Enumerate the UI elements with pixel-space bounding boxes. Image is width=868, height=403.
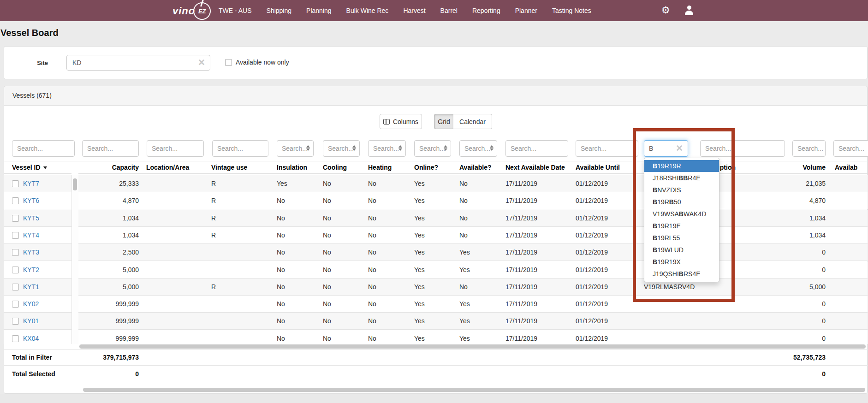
column-header-extra[interactable]: Availab xyxy=(835,161,857,173)
column-header-cooling[interactable]: Cooling xyxy=(323,161,347,173)
vessel-link-KY02[interactable]: KY02 xyxy=(23,300,39,308)
vertical-scrollbar[interactable] xyxy=(71,175,78,344)
column-header-location[interactable]: Location/Area xyxy=(146,161,189,173)
dropdown-option-B19RL55[interactable]: B19RL55 xyxy=(644,232,719,244)
vertical-scrollbar-thumb[interactable] xyxy=(73,178,77,190)
column-search-input-6[interactable]: Search... xyxy=(368,140,406,157)
page-title: Vessel Board xyxy=(0,28,59,38)
column-header-vintage[interactable]: Vintage use xyxy=(211,161,247,173)
column-search-input-9[interactable]: Search... xyxy=(505,140,568,157)
dropdown-option-B19R19E[interactable]: B19R19E xyxy=(644,220,719,232)
row-checkbox-KY02[interactable] xyxy=(12,301,19,308)
dropdown-option-B19R19X[interactable]: B19R19X xyxy=(644,256,719,268)
row-checkbox-KYT4[interactable] xyxy=(12,232,19,239)
column-header-next_date[interactable]: Next Available Date xyxy=(505,161,565,173)
spinner-down-arrow xyxy=(490,148,493,151)
select-spinner-icon xyxy=(398,145,402,151)
dropdown-option-B19RB50[interactable]: B19RB50 xyxy=(644,196,719,208)
cell-batch-KX04 xyxy=(638,330,695,344)
row-checkbox-KYT1[interactable] xyxy=(12,284,19,290)
dropdown-option-V19WSABWAK4D[interactable]: V19WSABWAK4D xyxy=(644,208,719,220)
available-now-checkbox[interactable] xyxy=(225,59,232,66)
nav-item-shipping[interactable]: Shipping xyxy=(259,0,299,21)
nav-item-planning[interactable]: Planning xyxy=(299,0,339,21)
row-checkbox-KYT2[interactable] xyxy=(12,267,19,273)
nav-item-bulk-wine-rec[interactable]: Bulk Wine Rec xyxy=(339,0,396,21)
vessel-link-KYT7[interactable]: KYT7 xyxy=(23,180,39,187)
vessel-link-KY01[interactable]: KY01 xyxy=(23,317,39,325)
row-checkbox-KYT7[interactable] xyxy=(12,180,19,187)
column-search-input-11[interactable]: B✕ xyxy=(644,140,688,157)
cell-location-KY01 xyxy=(141,313,206,330)
spinner-down-arrow xyxy=(306,148,310,151)
column-search-input-3[interactable]: Search... xyxy=(212,140,268,157)
dropdown-option-B19WLUD[interactable]: B19WLUD xyxy=(644,244,719,256)
column-header-vessel-id[interactable]: Vessel ID xyxy=(4,161,71,174)
column-header-heating[interactable]: Heating xyxy=(368,161,392,173)
cell-cooling-KYT7: No xyxy=(317,175,363,192)
vessel-link-KYT1[interactable]: KYT1 xyxy=(23,283,39,290)
column-header-volume[interactable]: Volume xyxy=(779,161,826,173)
search-clear-icon[interactable]: ✕ xyxy=(676,141,683,156)
row-checkbox-KY01[interactable] xyxy=(12,318,19,325)
row-checkbox-KYT3[interactable] xyxy=(12,249,19,256)
grid-view-button[interactable]: Grid xyxy=(434,114,454,129)
cell-heating-KYT6: No xyxy=(363,192,409,209)
column-header-until[interactable]: Available Until xyxy=(576,161,620,173)
grid-horizontal-scrollbar[interactable] xyxy=(79,344,866,349)
dropdown-option-BNVZDIS[interactable]: BNVZDIS xyxy=(644,184,719,196)
nav-item-barrel[interactable]: Barrel xyxy=(433,0,465,21)
column-header-available[interactable]: Available? xyxy=(459,161,492,173)
column-search-input-8[interactable]: Search... xyxy=(459,140,497,157)
column-search-input-4[interactable]: Search... xyxy=(277,140,314,157)
nav-item-harvest[interactable]: Harvest xyxy=(396,0,433,21)
dropdown-option-J19QSHIBRS4E[interactable]: J19QSHIBRS4E xyxy=(644,268,719,280)
cell-available-KX04: Yes xyxy=(454,330,500,344)
row-checkbox-KX04[interactable] xyxy=(12,335,19,342)
nav-item-planner[interactable]: Planner xyxy=(508,0,545,21)
vessel-link-KYT2[interactable]: KYT2 xyxy=(23,266,39,273)
row-checkbox-KYT6[interactable] xyxy=(12,197,19,204)
dropdown-option-B19R19R[interactable]: B19R19R xyxy=(644,160,719,172)
vessels-panel-header: Vessels (671) xyxy=(4,86,868,106)
column-header-capacity[interactable]: Capacity xyxy=(78,161,139,173)
vessel-link-KX04[interactable]: KX04 xyxy=(23,335,39,342)
columns-button[interactable]: Columns xyxy=(380,114,422,129)
dropdown-option-J18RSHIBBR4E[interactable]: J18RSHIBBR4E xyxy=(644,172,719,184)
row-checkbox-KYT5[interactable] xyxy=(12,215,19,222)
logo-circle: EZ xyxy=(193,2,211,20)
vinoez-logo[interactable]: vino EZ xyxy=(172,1,211,21)
search-placeholder: Search... xyxy=(87,145,113,152)
nav-item-reporting[interactable]: Reporting xyxy=(465,0,508,21)
vessel-link-KYT6[interactable]: KYT6 xyxy=(23,197,39,204)
column-search-input-5[interactable]: Search... xyxy=(323,140,360,157)
settings-gear-icon[interactable]: ⚙ xyxy=(661,5,670,16)
vessel-link-KYT4[interactable]: KYT4 xyxy=(23,231,39,239)
column-search-input-12[interactable]: Search... xyxy=(700,140,785,157)
vessel-link-KYT5[interactable]: KYT5 xyxy=(23,214,39,222)
column-search-input-13[interactable]: Search... xyxy=(792,140,826,157)
cell-volume-KYT7: 21,035 xyxy=(779,175,829,192)
column-search-input-0[interactable]: Search... xyxy=(12,140,75,157)
cell-online-KYT1: Yes xyxy=(409,279,454,296)
cell-extra-KX04 xyxy=(829,330,868,344)
nav-item-tasting-notes[interactable]: Tasting Notes xyxy=(545,0,599,21)
site-clear-icon[interactable]: ✕ xyxy=(198,55,205,70)
vessel-link-KYT3[interactable]: KYT3 xyxy=(23,249,39,256)
table-row-KYT2: 5,000NoNoNoYesYes17/11/201901/12/20190 xyxy=(78,261,868,279)
column-header-online[interactable]: Online? xyxy=(414,161,438,173)
cell-extra-KYT5 xyxy=(829,210,868,227)
site-input[interactable]: KD ✕ xyxy=(66,55,210,71)
column-search-input-1[interactable]: Search... xyxy=(82,140,139,157)
spinner-up-arrow xyxy=(352,145,356,148)
column-search-input-7[interactable]: Search... xyxy=(414,140,451,157)
column-header-insulation[interactable]: Insulation xyxy=(277,161,307,173)
nav-item-twe-aus[interactable]: TWE - AUS xyxy=(211,0,259,21)
column-search-input-10[interactable]: Search... xyxy=(576,140,638,157)
calendar-view-button[interactable]: Calendar xyxy=(453,114,492,129)
search-placeholder: Search... xyxy=(217,145,243,152)
page-horizontal-scrollbar[interactable] xyxy=(83,388,865,392)
column-search-input-14[interactable]: Search... xyxy=(833,140,868,157)
user-profile-icon[interactable] xyxy=(684,6,694,16)
column-search-input-2[interactable]: Search... xyxy=(147,140,204,157)
